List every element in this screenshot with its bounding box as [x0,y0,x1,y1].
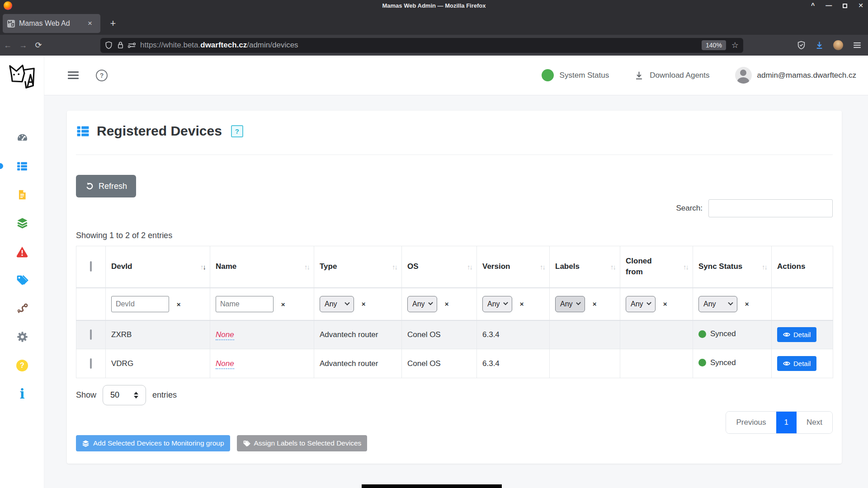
cell-type: Advantech router [314,320,402,349]
clear-filter-icon[interactable]: × [663,300,667,308]
sidebar-item-dashboard[interactable] [0,123,44,152]
pagination-previous[interactable]: Previous [726,412,776,433]
menu-hamburger-icon[interactable] [853,41,862,50]
row-checkbox[interactable] [90,329,92,340]
clear-filter-icon[interactable]: × [593,300,597,308]
cell-devid: VDRG [106,349,210,378]
sidebar-item-labels[interactable] [0,266,44,294]
browser-tab[interactable]: Mamas Web Ad × [3,14,100,33]
page-help-icon[interactable]: ? [96,70,108,81]
alerts-warning-icon [16,245,28,258]
reload-icon[interactable]: ⟳ [31,40,46,50]
chevron-down-icon [503,300,508,305]
sort-icon: ↑↓ [540,263,545,271]
refresh-label: Refresh [99,182,127,191]
url-text[interactable]: https://white.beta.dwarftech.cz/admin/de… [140,41,298,50]
clear-filter-icon[interactable]: × [520,300,524,308]
shade-window-button[interactable]: ^ [811,1,815,10]
clear-filter-icon[interactable]: × [281,300,285,308]
close-window-button[interactable]: ✕ [858,1,863,10]
minimize-window-button[interactable]: — [826,1,832,10]
bottom-screen-bar [362,484,502,488]
column-header-devid[interactable]: DevId ↑↓ [106,246,210,288]
column-header-name[interactable]: Name ↑↓ [210,246,314,288]
browser-account-avatar[interactable] [833,40,843,50]
clear-filter-icon[interactable]: × [362,300,366,308]
protections-shield-icon[interactable] [797,41,806,50]
page-size-select[interactable]: 50 [103,385,146,405]
search-input[interactable] [708,199,833,217]
forward-icon[interactable]: → [15,41,31,50]
sidebar-item-devices[interactable] [0,152,44,180]
filter-type-select[interactable]: Any [320,296,354,312]
column-header-labels[interactable]: Labels ↑↓ [550,246,620,288]
cell-os: Conel OS [402,349,477,378]
sidebar-item-info[interactable]: i [0,380,44,408]
eye-icon [783,361,790,366]
new-tab-button[interactable]: + [107,18,119,29]
add-to-monitoring-group-button[interactable]: Add Selected Devices to Monitoring group [76,435,230,451]
sort-icon: ↑↓ [392,263,397,271]
column-header-cloned-from[interactable]: Cloned from ↑↓ [620,246,693,288]
chevron-down-icon [576,300,581,305]
system-status[interactable]: System Status [542,69,609,81]
system-status-dot [542,69,554,81]
clear-filter-icon[interactable]: × [177,300,181,308]
tab-close-icon[interactable]: × [88,19,92,28]
downloads-icon[interactable] [815,41,824,50]
sidebar-toggle-hamburger-icon[interactable] [68,70,79,81]
search-label: Search: [676,204,703,213]
browser-tabbar: Mamas Web Ad × + [0,12,868,35]
detail-button[interactable]: Detail [777,356,816,371]
main-content: Registered Devices ? Refresh Search: Sho… [44,95,868,488]
maximize-window-button[interactable] [843,4,847,8]
filter-name-input[interactable] [216,296,274,312]
tracking-shield-icon[interactable] [105,41,113,49]
column-header-actions: Actions [772,246,833,288]
device-name-link[interactable]: None [216,359,234,369]
filter-cloned-from-select[interactable]: Any [626,296,656,312]
filter-os-select[interactable]: Any [407,296,437,312]
assign-labels-button[interactable]: Assign Labels to Selected Devices [237,435,368,451]
detail-button[interactable]: Detail [777,327,816,342]
filter-devid-input[interactable] [111,296,169,312]
permissions-icon[interactable] [128,42,136,48]
filter-sync-status-select[interactable]: Any [698,296,737,312]
download-agents[interactable]: Download Agents [634,70,709,80]
column-header-sync-status[interactable]: Sync Status ↑↓ [693,246,772,288]
toolbar-icons [797,40,868,50]
device-name-link[interactable]: None [216,330,234,340]
sidebar-item-alerts[interactable] [0,237,44,266]
browser-titlebar: Mamas Web Admin — Mozilla Firefox ^ — ✕ [0,0,868,12]
sort-icon: ↑↓ [467,263,472,271]
sidebar-item-logs[interactable] [0,180,44,209]
cell-type: Advantech router [314,349,402,378]
filter-version-select[interactable]: Any [482,296,512,312]
sidebar-item-monitoring-groups[interactable] [0,209,44,237]
pagination-next[interactable]: Next [797,412,832,433]
pagination-page-1[interactable]: 1 [776,412,797,433]
account-menu[interactable]: admin@mamas.dwarftech.cz [735,67,856,84]
sidebar-item-help[interactable]: ? [0,351,44,380]
sidebar-item-routes[interactable] [0,294,44,323]
sidebar-item-settings[interactable] [0,323,44,351]
clear-filter-icon[interactable]: × [445,300,449,308]
url-bar[interactable]: https://white.beta.dwarftech.cz/admin/de… [100,38,743,53]
column-header-version[interactable]: Version ↑↓ [477,246,550,288]
route-icon [16,302,28,314]
select-all-checkbox[interactable] [90,261,92,272]
bookmark-star-icon[interactable]: ☆ [731,40,739,50]
spinner-arrows-icon [134,392,138,399]
column-header-type[interactable]: Type ↑↓ [314,246,402,288]
column-header-os[interactable]: OS ↑↓ [402,246,477,288]
window-controls: ^ — ✕ [811,1,863,10]
refresh-button[interactable]: Refresh [76,175,136,197]
back-icon[interactable]: ← [0,41,15,50]
clear-filter-icon[interactable]: × [745,300,749,308]
filter-labels-select[interactable]: Any [555,296,585,312]
row-checkbox[interactable] [90,358,92,369]
cell-labels [550,349,620,378]
zoom-level-badge[interactable]: 140% [702,40,726,50]
title-help-badge[interactable]: ? [231,125,243,137]
lock-icon[interactable] [117,41,124,49]
